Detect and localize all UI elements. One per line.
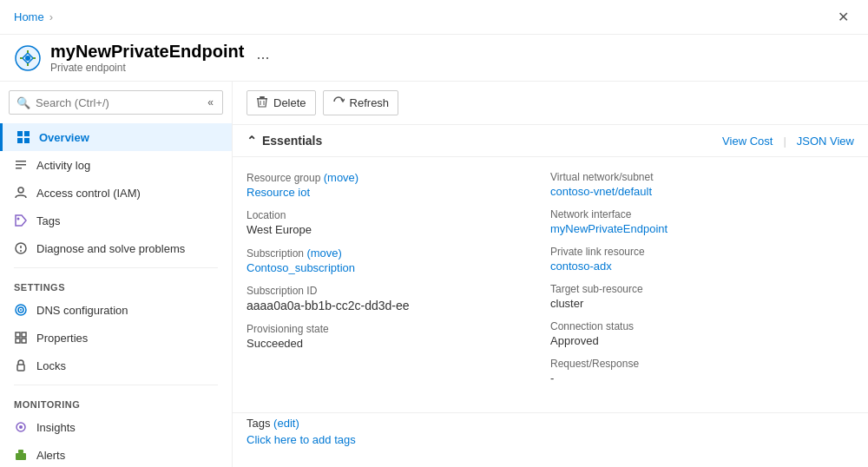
top-bar: Home › ✕ [0,0,868,35]
subscription-label: Subscription (move) [247,247,550,260]
tags-label-row: Tags (edit) [247,417,854,430]
alerts-icon [14,448,28,462]
sidebar-item-tags[interactable]: Tags [0,207,232,234]
resource-group-move-link[interactable]: (move) [324,171,358,184]
tags-section: Tags (edit) Click here to add tags [233,412,868,460]
tags-icon [14,214,28,227]
more-options-button[interactable]: ··· [256,49,269,67]
dns-config-label: DNS configuration [36,304,128,317]
activity-log-label: Activity log [36,159,90,172]
network-interface-field: Network interface myNewPrivateEndpoint [550,208,854,235]
subscription-value-link[interactable]: Contoso_subscription [247,261,355,274]
svg-rect-10 [16,161,26,162]
essentials-grid: Resource group (move) Resource iot Locat… [233,157,868,409]
essentials-collapse-icon[interactable]: ⌃ [247,134,257,148]
tags-edit-link[interactable]: (edit) [273,417,299,430]
tags-add-link[interactable]: Click here to add tags [247,433,356,446]
sidebar-item-activity-log[interactable]: Activity log [0,151,232,179]
search-icon: 🔍 [16,96,30,109]
sidebar-item-alerts[interactable]: Alerts [0,441,232,467]
refresh-icon [332,95,345,110]
overview-label: Overview [39,131,89,144]
resource-icon [14,44,42,72]
target-sub-label: Target sub-resource [550,283,854,295]
sidebar-item-locks[interactable]: Locks [0,352,232,379]
location-label: Location [247,209,550,221]
toolbar: Delete Refresh [233,82,868,125]
sidebar-item-access-control[interactable]: Access control (IAM) [0,179,232,207]
subscription-id-label: Subscription ID [247,285,550,297]
svg-rect-8 [17,138,23,143]
subscription-move-link[interactable]: (move) [306,247,341,260]
refresh-label: Refresh [350,96,390,109]
json-view-link[interactable]: JSON View [797,135,854,148]
locks-icon [14,358,28,372]
breadcrumb: Home › [14,10,53,23]
private-link-label: Private link resource [550,246,854,258]
subscription-id-field: Subscription ID aaaa0a0a-bb1b-cc2c-dd3d-… [247,285,550,312]
private-link-value-link[interactable]: contoso-adx [550,260,612,273]
access-control-label: Access control (IAM) [36,187,141,200]
title-bar: myNewPrivateEndpoint Private endpoint ··… [0,35,868,82]
request-response-label: Request/Response [550,358,854,370]
sidebar: 🔍 « Overview Activity log Access control… [0,82,233,467]
activity-log-icon [14,158,28,172]
resource-group-field: Resource group (move) Resource iot [247,171,550,199]
provisioning-state-value: Succeeded [247,337,550,350]
sidebar-item-insights[interactable]: Insights [0,413,232,441]
location-value: West Europe [247,223,550,236]
network-interface-value-link[interactable]: myNewPrivateEndpoint [550,222,667,235]
sidebar-item-diagnose[interactable]: Diagnose and solve problems [0,234,232,262]
resource-group-value-link[interactable]: Resource [247,186,295,199]
svg-point-20 [20,309,22,311]
essentials-actions: View Cost | JSON View [722,135,854,148]
virtual-network-value-link[interactable]: contoso-vnet/default [550,185,652,198]
sidebar-item-properties[interactable]: Properties [0,324,232,352]
settings-divider [14,267,218,268]
essentials-header: ⌃ Essentials View Cost | JSON View [233,125,868,157]
insights-icon [14,420,28,434]
refresh-button[interactable]: Refresh [323,90,399,115]
svg-point-17 [20,250,22,252]
monitoring-section-label: Monitoring [0,391,232,413]
collapse-button[interactable]: « [206,95,215,110]
diagnose-icon [14,241,28,255]
breadcrumb-home[interactable]: Home [14,10,44,23]
insights-label: Insights [36,421,76,434]
overview-icon [16,130,30,144]
request-response-value: - [550,372,854,385]
resource-type: Private endpoint [50,62,244,74]
svg-point-27 [19,425,23,429]
view-cost-link[interactable]: View Cost [722,135,773,148]
main-layout: 🔍 « Overview Activity log Access control… [0,82,868,467]
essentials-title: ⌃ Essentials [247,134,322,148]
sidebar-item-overview[interactable]: Overview [0,123,232,151]
location-field: Location West Europe [247,209,550,236]
essentials-right-col: Virtual network/subnet contoso-vnet/defa… [550,171,854,395]
locks-label: Locks [36,359,66,372]
svg-rect-7 [24,131,30,136]
svg-rect-25 [17,365,24,371]
request-response-field: Request/Response - [550,358,854,385]
dns-config-icon [14,303,28,317]
resource-name: myNewPrivateEndpoint [50,42,244,62]
search-input[interactable] [36,96,201,109]
resource-group-sub-link[interactable]: iot [298,186,310,199]
settings-section-label: Settings [0,273,232,296]
svg-rect-22 [22,332,26,337]
close-button[interactable]: ✕ [832,7,854,27]
svg-rect-6 [17,131,23,136]
delete-button[interactable]: Delete [247,90,316,115]
svg-point-14 [17,218,20,220]
search-box[interactable]: 🔍 « [9,90,223,115]
subscription-field: Subscription (move) Contoso_subscription [247,247,550,274]
delete-icon [256,95,268,110]
virtual-network-label: Virtual network/subnet [550,171,854,183]
target-sub-value: cluster [550,297,854,310]
network-interface-label: Network interface [550,208,854,220]
connection-status-value: Approved [550,334,854,347]
virtual-network-field: Virtual network/subnet contoso-vnet/defa… [550,171,854,198]
sidebar-item-dns-config[interactable]: DNS configuration [0,296,232,324]
diagnose-label: Diagnose and solve problems [36,242,185,255]
private-link-field: Private link resource contoso-adx [550,246,854,273]
